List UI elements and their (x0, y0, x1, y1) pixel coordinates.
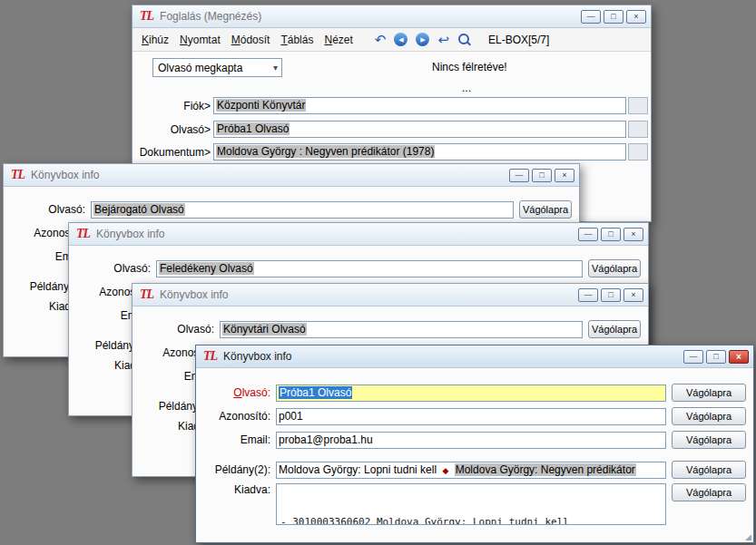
maximize-button[interactable]: □ (601, 228, 621, 241)
resize-grip[interactable]: ◢ (745, 532, 751, 541)
copies-value-1: Moldova György: Lopni tudni kell (279, 463, 437, 476)
minimize-button[interactable]: — (578, 228, 598, 241)
copies-value-2: Moldova György: Negyven prédikátor (455, 463, 636, 476)
olvaso-label: Olvasó> (138, 123, 211, 136)
minimize-button[interactable]: — (683, 350, 703, 364)
issued-row: Kiadva: - 3010003360602 Moldova György: … (201, 483, 746, 525)
reader-label: Olvasó: (201, 386, 270, 399)
menu-item-nyomtat[interactable]: Nyomtat (180, 34, 221, 46)
reply-icon[interactable]: ↩ (437, 33, 449, 46)
fiok-field[interactable]: Központi Könyvtár (213, 97, 626, 114)
maximize-button[interactable]: □ (604, 10, 623, 24)
back-icon[interactable]: ◀ (394, 33, 407, 46)
fiok-label: Fiók> (138, 100, 211, 112)
olvaso-row: Olvasó> Próba1 Olvasó (138, 121, 648, 138)
minimize-button[interactable]: — (509, 169, 529, 182)
close-button[interactable]: × (623, 228, 643, 241)
forward-icon[interactable]: ▶ (416, 33, 429, 46)
app-logo: TL (140, 287, 153, 302)
window-controls: — □ × (581, 10, 646, 24)
app-logo: TL (11, 168, 25, 182)
maximize-button[interactable]: □ (532, 169, 552, 182)
titlebar[interactable]: TL Könyvbox info — □ × (133, 284, 648, 307)
minimize-button[interactable]: — (581, 10, 601, 24)
titlebar[interactable]: TL Könyvbox info — □ × (4, 164, 579, 187)
copies-label: Példány(2): (201, 463, 270, 476)
clipboard-button[interactable]: Vágólapra (588, 259, 641, 277)
reader-value: Bejárogató Olvasó (93, 203, 185, 216)
clipboard-button[interactable]: Vágólapra (672, 461, 746, 479)
reader-field[interactable]: Bejárogató Olvasó (91, 201, 514, 219)
toolbar: ↶ ◀ ▶ ↩ EL-BOX[5/7] (375, 33, 550, 46)
menu-item-tablas[interactable]: Táblás (280, 34, 313, 46)
reader-row: Olvasó: Bejárogató Olvasó Vágólapra (9, 200, 572, 219)
email-field[interactable]: proba1@proba1.hu (276, 432, 666, 449)
close-button[interactable]: × (626, 10, 646, 24)
clipboard-button[interactable]: Vágólapra (519, 200, 572, 219)
close-button[interactable]: × (555, 169, 574, 182)
dokumentum-value: Moldova György : Negyven prédikátor (197… (216, 145, 435, 158)
minimize-button[interactable]: — (578, 288, 598, 302)
close-button[interactable]: × (623, 288, 643, 302)
maximize-button[interactable]: □ (706, 350, 726, 364)
app-logo: TL (140, 9, 153, 24)
chevron-down-icon: ▾ (273, 63, 278, 73)
window-title: Foglalás (Megnézés) (160, 10, 574, 23)
reader-value-selected: Próba1 Olvasó (279, 386, 352, 399)
email-value: proba1@proba1.hu (279, 433, 373, 446)
window-title: Könyvbox info (223, 350, 677, 363)
reader-label: Olvasó: (9, 203, 85, 216)
reader-status-dropdown[interactable]: Olvasó megkapta ▾ (152, 58, 282, 77)
titlebar[interactable]: TL Foglalás (Megnézés) — □ × (133, 5, 651, 28)
reader-label: Olvasó: (138, 323, 214, 336)
id-row: Azonosító: p001 Vágólapra (201, 407, 746, 425)
menu-item-kihuz[interactable]: Kihúz (142, 34, 169, 46)
undo-icon[interactable]: ↶ (375, 33, 387, 46)
reader-value: Feledékeny Olvasó (159, 262, 254, 275)
app-logo: TL (203, 349, 217, 364)
konyvbox-window-proba1: TL Könyvbox info — □ × Olvasó: Próba1 Ol… (195, 345, 754, 543)
reader-field[interactable]: Próba1 Olvasó (276, 384, 666, 402)
clipboard-button[interactable]: Vágólapra (588, 320, 641, 338)
close-button[interactable]: × (729, 350, 749, 364)
reader-row: Olvasó: Próba1 Olvasó Vágólapra (201, 384, 746, 402)
issued-field[interactable]: - 3010003360602 Moldova György: Lopni tu… (276, 483, 666, 525)
id-value: p001 (279, 410, 303, 423)
dokumentum-label: Dokumentum> (138, 146, 211, 159)
window-title: Könyvbox info (96, 228, 572, 240)
clipboard-button[interactable]: Vágólapra (672, 431, 746, 449)
titlebar[interactable]: TL Könyvbox info — □ × (69, 223, 648, 246)
dokumentum-field[interactable]: Moldova György : Negyven prédikátor (197… (213, 143, 626, 161)
olvaso-field[interactable]: Próba1 Olvasó (213, 121, 626, 138)
email-row: Email: proba1@proba1.hu Vágólapra (201, 431, 746, 449)
field-extension (628, 97, 648, 114)
desktop: TL Foglalás (Megnézés) — □ × Kihúz Nyomt… (0, 0, 756, 545)
olvaso-value: Próba1 Olvasó (216, 122, 290, 135)
menu-item-nezet[interactable]: Nézet (324, 34, 352, 46)
reader-field[interactable]: Feledékeny Olvasó (156, 260, 583, 277)
reader-row: Olvasó: Feledékeny Olvasó Vágólapra (74, 259, 641, 277)
window-controls: — □ × (683, 350, 749, 364)
clipboard-button[interactable]: Vágólapra (672, 483, 746, 501)
clipboard-button[interactable]: Vágólapra (672, 407, 746, 425)
elbox-counter: EL-BOX[5/7] (488, 34, 549, 46)
reader-row: Olvasó: Könyvtári Olvasó Vágólapra (138, 320, 641, 338)
titlebar[interactable]: TL Könyvbox info — □ × (196, 345, 753, 368)
status-message: Nincs félretéve! (432, 61, 507, 73)
clipboard-button[interactable]: Vágólapra (672, 384, 746, 402)
reader-field[interactable]: Könyvtári Olvasó (220, 321, 583, 338)
copies-row: Példány(2): Moldova György: Lopni tudni … (201, 461, 746, 479)
window-controls: — □ × (578, 288, 643, 302)
issued-line: - 3010003360602 Moldova György: Lopni tu… (280, 515, 662, 525)
id-field[interactable]: p001 (276, 408, 666, 425)
menu-item-modosit[interactable]: Módosít (231, 34, 270, 46)
dokumentum-row: Dokumentum> Moldova György : Negyven pré… (138, 143, 648, 161)
window-title: Könyvbox info (31, 169, 503, 181)
fiok-row: Fiók> Központi Könyvtár (138, 97, 648, 114)
copies-field[interactable]: Moldova György: Lopni tudni kell ◆ Moldo… (276, 462, 666, 479)
issued-label: Kiadva: (201, 483, 270, 496)
maximize-button[interactable]: □ (601, 288, 621, 302)
search-icon[interactable] (457, 33, 471, 46)
reader-label: Olvasó: (74, 262, 151, 275)
menu-bar: Kihúz Nyomtat Módosít Táblás Nézet ↶ ◀ ▶… (133, 28, 651, 52)
